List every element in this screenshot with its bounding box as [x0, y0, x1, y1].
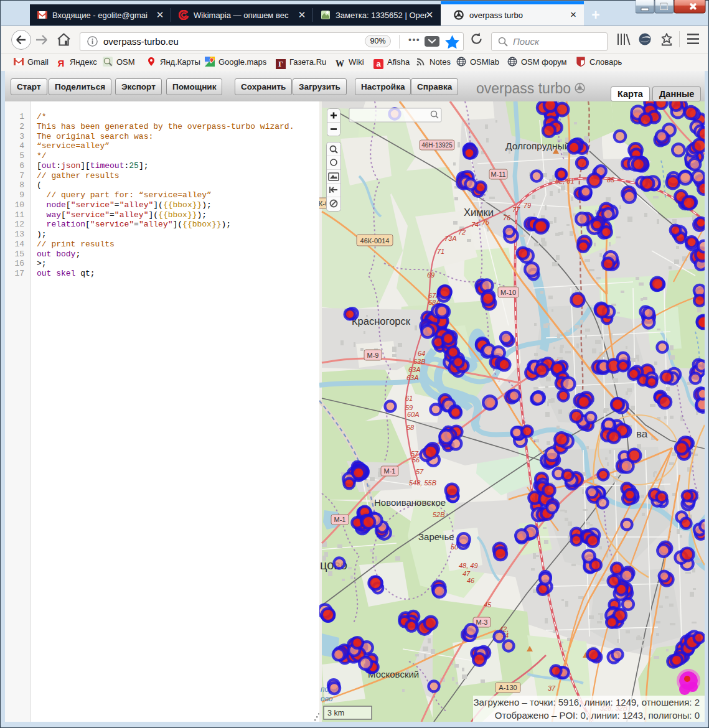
- svg-text:64: 64: [418, 350, 425, 357]
- svg-text:45: 45: [484, 601, 492, 609]
- svg-text:ово: ово: [321, 694, 333, 703]
- svg-text:79: 79: [524, 202, 531, 209]
- svg-text:Новоивановское: Новоивановское: [374, 497, 446, 508]
- svg-text:75: 75: [482, 218, 490, 226]
- svg-text:548, 55В: 548, 55В: [409, 479, 436, 487]
- svg-text:46Н-13925: 46Н-13925: [421, 142, 453, 149]
- svg-text:М-3: М-3: [476, 618, 488, 626]
- svg-text:ва: ва: [636, 428, 648, 440]
- svg-text:60А: 60А: [407, 411, 420, 418]
- svg-text:48, 49: 48, 49: [459, 562, 478, 569]
- svg-text:М-9: М-9: [367, 352, 379, 359]
- svg-text:72: 72: [458, 228, 466, 236]
- svg-text:56: 56: [412, 456, 420, 464]
- svg-text:74: 74: [471, 221, 479, 228]
- svg-text:63А: 63А: [406, 374, 419, 381]
- svg-text:77: 77: [512, 206, 520, 213]
- svg-text:63В: 63В: [413, 358, 426, 365]
- svg-text:М-10: М-10: [500, 289, 516, 296]
- svg-text:57: 57: [416, 468, 424, 475]
- svg-text:63А: 63А: [408, 366, 421, 373]
- svg-text:Загружено – точки: 5916, линии: Загружено – точки: 5916, линии: 1249, от…: [474, 697, 700, 707]
- svg-text:61: 61: [405, 394, 413, 402]
- svg-text:Заречье: Заречье: [418, 531, 454, 542]
- svg-text:85: 85: [607, 176, 615, 184]
- svg-text:71: 71: [437, 248, 444, 255]
- svg-text:Химки: Химки: [464, 207, 494, 218]
- svg-text:73А: 73А: [444, 235, 457, 242]
- svg-text:52В: 52В: [433, 511, 445, 518]
- svg-text:М-11: М-11: [491, 170, 505, 178]
- svg-text:69: 69: [427, 271, 434, 279]
- svg-text:Красногорск: Красногорск: [352, 315, 411, 327]
- svg-text:76: 76: [503, 214, 511, 222]
- svg-text:М-1: М-1: [384, 467, 396, 475]
- svg-text:58: 58: [406, 424, 415, 431]
- svg-text:46К-0014: 46К-0014: [360, 237, 390, 245]
- svg-text:Долгопрудный: Долгопрудный: [505, 141, 570, 151]
- svg-text:3 km: 3 km: [327, 709, 344, 717]
- svg-text:46: 46: [467, 577, 475, 584]
- svg-text:37: 37: [548, 684, 556, 692]
- svg-text:А-130: А-130: [499, 684, 517, 691]
- svg-text:Отображено – POI: 0, линии: 12: Отображено – POI: 0, линии: 1243, полиго…: [495, 710, 700, 721]
- svg-text:М-1: М-1: [334, 516, 346, 523]
